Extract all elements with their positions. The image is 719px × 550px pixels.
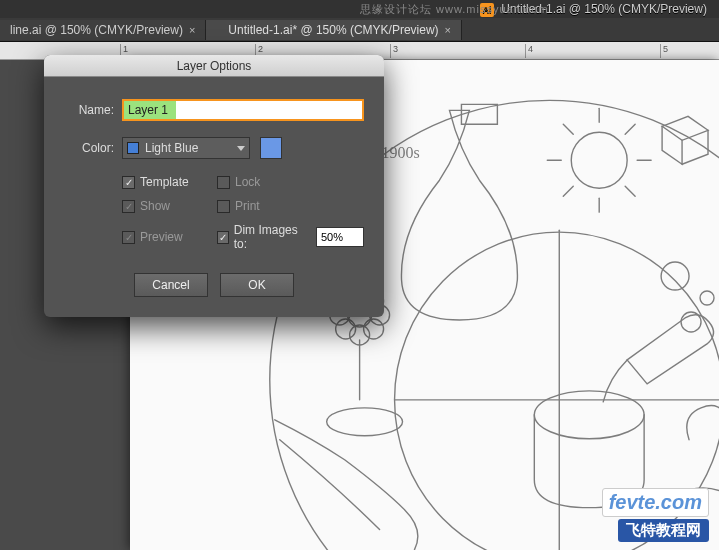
checkbox-label: Preview xyxy=(140,230,183,244)
brand-line2: 飞特教程网 xyxy=(618,519,709,542)
app-title-text: Untitled-1.ai @ 150% (CMYK/Preview) xyxy=(501,2,707,16)
show-checkbox: ✓ Show xyxy=(122,199,217,213)
svg-point-14 xyxy=(661,262,689,290)
color-label: Color: xyxy=(64,141,114,155)
lock-checkbox: Lock xyxy=(217,175,364,189)
checkmark-icon: ✓ xyxy=(122,176,135,189)
svg-point-15 xyxy=(700,291,714,305)
name-label: Name: xyxy=(64,103,114,117)
chevron-down-icon xyxy=(237,146,245,151)
checkbox-label: Dim Images to: xyxy=(234,223,305,251)
print-checkbox: Print xyxy=(217,199,364,213)
color-chip-icon xyxy=(127,142,139,154)
checkbox-label: Template xyxy=(140,175,189,189)
svg-point-2 xyxy=(571,132,627,188)
color-dropdown-value: Light Blue xyxy=(145,141,198,155)
close-icon[interactable]: × xyxy=(445,20,451,40)
cancel-button[interactable]: Cancel xyxy=(134,273,208,297)
close-icon[interactable]: × xyxy=(189,20,195,40)
checkbox-label: Lock xyxy=(235,175,260,189)
ai-app-icon: Ai xyxy=(480,3,494,17)
app-titlebar: Ai Untitled-1.ai @ 150% (CMYK/Preview) xyxy=(0,0,719,18)
svg-point-12 xyxy=(327,408,403,436)
dim-percentage-input[interactable] xyxy=(316,227,364,247)
template-checkbox[interactable]: ✓ Template xyxy=(122,175,217,189)
color-swatch[interactable] xyxy=(260,137,282,159)
tab-label: Untitled-1.ai* @ 150% (CMYK/Preview) xyxy=(228,20,438,40)
layer-options-dialog: Layer Options Name: Color: Light Blue ✓ … xyxy=(44,55,384,317)
checkmark-icon: ✓ xyxy=(122,200,135,213)
layer-name-input[interactable] xyxy=(122,99,364,121)
checkmark-icon: ✓ xyxy=(122,231,135,244)
checkmark-icon: ✓ xyxy=(217,231,229,244)
sketch-year-label: 1900s xyxy=(382,144,420,161)
brand-line1: fevte.com xyxy=(602,488,709,517)
document-tab-active[interactable]: Untitled-1.ai* @ 150% (CMYK/Preview) × xyxy=(206,20,462,40)
ruler-mark: 5 xyxy=(660,44,668,58)
dim-images-checkbox[interactable]: ✓ Dim Images to: xyxy=(217,223,364,251)
preview-checkbox: ✓ Preview xyxy=(122,223,217,251)
color-dropdown[interactable]: Light Blue xyxy=(122,137,250,159)
ruler-mark: 4 xyxy=(525,44,533,58)
checkbox-label: Show xyxy=(140,199,170,213)
document-tab[interactable]: line.ai @ 150% (CMYK/Preview) × xyxy=(0,20,206,40)
svg-point-13 xyxy=(534,391,644,439)
checkbox-label: Print xyxy=(235,199,260,213)
dialog-title: Layer Options xyxy=(44,55,384,77)
ok-button[interactable]: OK xyxy=(220,273,294,297)
svg-point-9 xyxy=(364,319,384,339)
brand-watermark: fevte.com 飞特教程网 xyxy=(602,488,709,542)
dialog-body: Name: Color: Light Blue ✓ Template Lock … xyxy=(44,77,384,317)
tab-label: line.ai @ 150% (CMYK/Preview) xyxy=(10,20,183,40)
checkbox-box xyxy=(217,200,230,213)
svg-point-11 xyxy=(336,319,356,339)
ruler-mark: 3 xyxy=(390,44,398,58)
checkbox-box xyxy=(217,176,230,189)
tabs-bar: line.ai @ 150% (CMYK/Preview) × Untitled… xyxy=(0,18,719,42)
